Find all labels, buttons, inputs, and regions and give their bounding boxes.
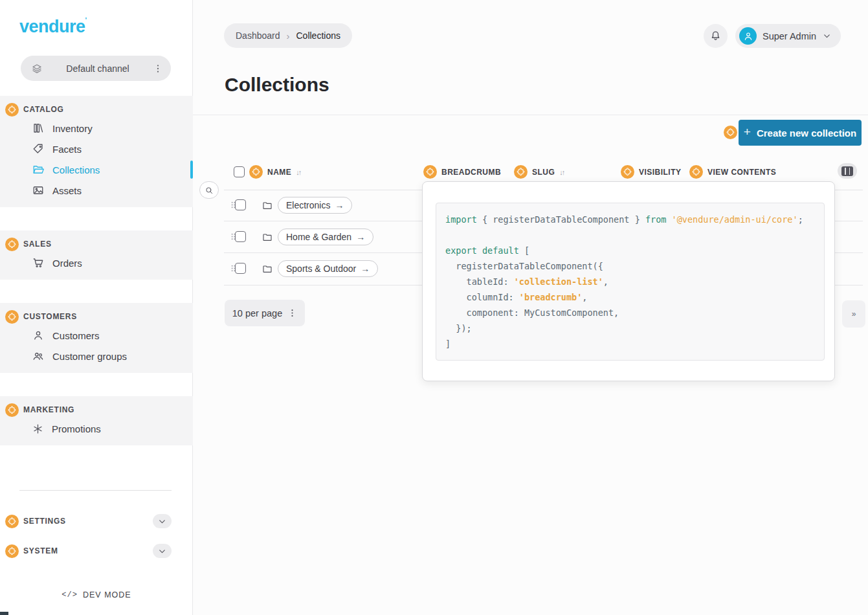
avatar xyxy=(739,27,757,45)
breadcrumb-collections[interactable]: Collections xyxy=(296,30,340,41)
user-menu[interactable]: Super Admin xyxy=(735,24,841,48)
row-checkbox[interactable] xyxy=(235,199,246,210)
dev-extension-badge[interactable] xyxy=(514,165,528,179)
folder-icon xyxy=(262,263,273,274)
expand-settings-button[interactable] xyxy=(153,514,172,528)
section-label: SYSTEM xyxy=(23,546,148,555)
cart-icon xyxy=(32,257,44,269)
sidebar-item-facets[interactable]: Facets xyxy=(0,139,193,159)
channel-selector[interactable]: Default channel xyxy=(21,56,171,81)
dev-extension-badge[interactable] xyxy=(423,165,437,179)
dev-mode-code-popover: import { registerDataTableComponent } fr… xyxy=(422,181,835,381)
sidebar: vendure' Default channel CATALOG Invento… xyxy=(0,0,193,615)
expand-system-button[interactable] xyxy=(153,544,172,558)
user-name: Super Admin xyxy=(762,31,816,41)
sidebar-item-label: Facets xyxy=(52,144,82,155)
column-header-view-contents[interactable]: VIEW CONTENTS xyxy=(689,165,776,179)
layers-icon xyxy=(31,63,43,74)
dev-extension-badge[interactable] xyxy=(621,165,634,179)
select-all-checkbox[interactable] xyxy=(234,166,245,177)
sort-icon[interactable]: ↓↑ xyxy=(559,168,564,176)
sidebar-item-label: Orders xyxy=(52,258,82,269)
nav-group-header: SALES xyxy=(0,236,193,252)
column-header-name[interactable]: NAME ↓↑ xyxy=(234,165,300,179)
sidebar-divider xyxy=(19,490,172,491)
toast-peek xyxy=(0,612,8,615)
create-button-label: Create new collection xyxy=(757,128,856,139)
vendure-logo[interactable]: vendure' xyxy=(19,17,87,37)
next-page-button[interactable]: » xyxy=(842,300,865,328)
sidebar-item-inventory[interactable]: Inventory xyxy=(0,118,193,139)
header-divider xyxy=(193,115,868,115)
items-per-page-select[interactable]: 10 per page xyxy=(225,300,305,326)
dev-extension-badge[interactable] xyxy=(5,544,19,558)
nav-group-sales: SALES Orders xyxy=(0,230,193,280)
dev-extension-badge[interactable] xyxy=(249,165,263,179)
image-icon xyxy=(32,184,44,196)
kebab-icon xyxy=(287,308,297,318)
nav-group-header: CUSTOMERS xyxy=(0,308,193,325)
nav-group-label: CUSTOMERS xyxy=(23,312,77,321)
sort-icon[interactable]: ↓↑ xyxy=(296,168,300,176)
code-block: import { registerDataTableComponent } fr… xyxy=(436,203,825,361)
section-label: SETTINGS xyxy=(23,517,148,526)
search-toggle-button[interactable] xyxy=(199,181,219,199)
user-icon xyxy=(32,330,44,341)
breadcrumb: Dashboard › Collections xyxy=(224,23,352,48)
sidebar-item-assets[interactable]: Assets xyxy=(0,180,193,201)
collection-chip-home-garden[interactable]: Home & Garden → xyxy=(278,229,373,245)
main-content: Dashboard › Collections Super Admin Coll… xyxy=(193,0,868,615)
sidebar-item-customers[interactable]: Customers xyxy=(0,325,193,346)
sidebar-item-label: Assets xyxy=(52,185,82,196)
arrow-right-icon: → xyxy=(335,200,344,210)
nav-group-header: CATALOG xyxy=(0,101,193,118)
column-picker-button[interactable] xyxy=(838,163,857,179)
sidebar-item-customer-groups[interactable]: Customer groups xyxy=(0,346,193,366)
dev-extension-badge[interactable] xyxy=(5,515,19,528)
tag-icon xyxy=(32,143,44,155)
dev-mode-toggle[interactable]: </> DEV MODE xyxy=(0,590,193,599)
bell-icon xyxy=(709,30,722,42)
sidebar-section-settings[interactable]: SETTINGS xyxy=(0,511,193,531)
folder-icon xyxy=(262,200,273,210)
sidebar-section-system[interactable]: SYSTEM xyxy=(0,541,193,561)
notifications-button[interactable] xyxy=(704,24,728,48)
sidebar-item-collections[interactable]: Collections xyxy=(0,159,193,180)
dev-extension-badge[interactable] xyxy=(724,126,737,139)
column-header-breadcrumb[interactable]: BREADCRUMB xyxy=(423,165,501,179)
dev-mode-label: DEV MODE xyxy=(83,590,131,599)
sidebar-item-label: Collections xyxy=(52,164,100,175)
row-checkbox[interactable] xyxy=(235,263,246,274)
nav-group-catalog: CATALOG Inventory Facets Collections Ass… xyxy=(0,96,193,207)
per-page-label: 10 per page xyxy=(232,308,282,319)
create-new-collection-button[interactable]: + Create new collection xyxy=(739,120,862,146)
sidebar-item-label: Inventory xyxy=(52,123,93,134)
channel-menu-icon[interactable] xyxy=(153,63,163,74)
dev-extension-badge[interactable] xyxy=(5,310,19,324)
column-header-slug[interactable]: SLUG ↓↑ xyxy=(514,165,564,179)
sidebar-item-label: Promotions xyxy=(52,423,101,434)
breadcrumb-dashboard[interactable]: Dashboard xyxy=(236,30,280,41)
folder-icon xyxy=(262,232,273,242)
search-icon xyxy=(205,186,214,195)
collection-chip-sports-outdoor[interactable]: Sports & Outdoor → xyxy=(278,260,378,277)
dev-extension-badge[interactable] xyxy=(5,403,19,417)
nav-group-label: MARKETING xyxy=(23,405,74,414)
users-icon xyxy=(32,350,44,362)
logo-trademark: ' xyxy=(85,16,87,24)
breadcrumb-separator: › xyxy=(287,30,290,41)
collection-chip-electronics[interactable]: Electronics → xyxy=(278,197,352,214)
nav-group-marketing: MARKETING Promotions xyxy=(0,396,193,445)
dev-extension-badge[interactable] xyxy=(5,238,19,251)
dev-extension-badge[interactable] xyxy=(689,165,703,179)
nav-group-label: CATALOG xyxy=(23,105,64,114)
sidebar-item-promotions[interactable]: Promotions xyxy=(0,418,193,439)
arrow-right-icon: → xyxy=(356,232,365,242)
sidebar-item-orders[interactable]: Orders xyxy=(0,252,193,273)
promotions-icon xyxy=(32,423,43,434)
sidebar-item-label: Customer groups xyxy=(52,351,127,362)
column-header-visibility[interactable]: VISIBILITY xyxy=(621,165,681,179)
dev-extension-badge[interactable] xyxy=(5,103,19,117)
nav-group-customers: CUSTOMERS Customers Customer groups xyxy=(0,303,193,373)
row-checkbox[interactable] xyxy=(235,231,246,242)
